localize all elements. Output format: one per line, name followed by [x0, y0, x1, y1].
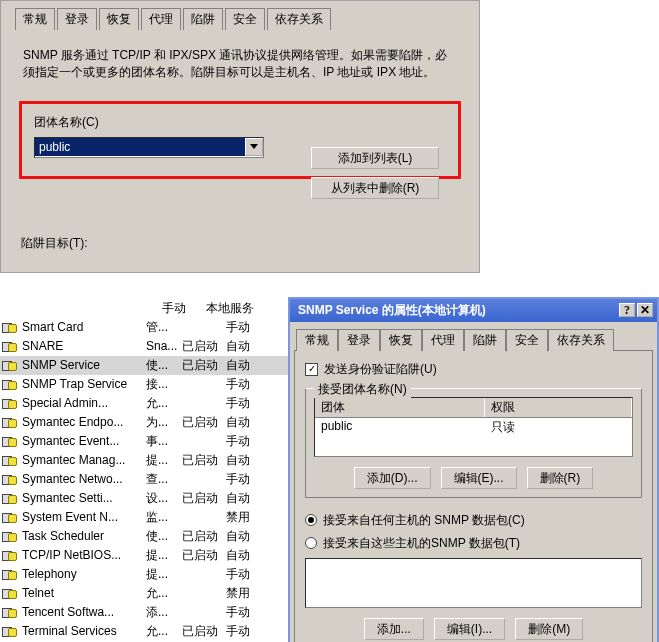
service-row[interactable]: Symantec Setti...设...已启动自动	[0, 489, 288, 508]
services-list[interactable]: 手动本地服务Smart Card管...手动SNARESna...已启动自动SN…	[0, 297, 288, 642]
remove-from-list-button[interactable]: 从列表中删除(R)	[311, 177, 439, 199]
tab-traps[interactable]: 陷阱	[183, 8, 223, 30]
accepted-community-names-label: 接受团体名称(N)	[314, 381, 411, 398]
accept-these-hosts-radio[interactable]	[305, 537, 317, 549]
service-status: 已启动	[182, 452, 226, 469]
dlg-tab-recovery[interactable]: 恢复	[380, 329, 422, 351]
service-icon	[2, 453, 18, 467]
service-row[interactable]: Symantec Manag...提...已启动自动	[0, 451, 288, 470]
row-community-name: public	[315, 418, 485, 437]
community-name-combo[interactable]	[34, 137, 264, 158]
service-row[interactable]: Telephony提...手动	[0, 565, 288, 584]
tab-agent[interactable]: 代理	[141, 8, 181, 30]
service-desc: 设...	[146, 490, 182, 507]
service-row[interactable]: System Event N...监...禁用	[0, 508, 288, 527]
service-row[interactable]: Symantec Event...事...手动	[0, 432, 288, 451]
tab-logon[interactable]: 登录	[57, 8, 97, 30]
dlg-tab-security[interactable]: 安全	[506, 329, 548, 352]
tab-strip: 常规 登录 恢复 代理 陷阱 安全 依存关系	[11, 7, 469, 29]
trap-target-label: 陷阱目标(T):	[21, 235, 461, 252]
titlebar: SNMP Service 的属性(本地计算机) ? ✕	[290, 299, 657, 322]
add-community-button[interactable]: 添加(D)...	[354, 467, 431, 489]
community-row[interactable]: public 只读	[315, 418, 632, 437]
edit-host-button[interactable]: 编辑(I)...	[434, 618, 505, 640]
service-startup: 手动	[226, 395, 276, 412]
service-startup: 自动	[226, 414, 276, 431]
service-row[interactable]: Smart Card管...手动	[0, 318, 288, 337]
service-name: SNMP Trap Service	[22, 377, 146, 391]
delete-host-button[interactable]: 删除(M)	[515, 618, 583, 640]
service-row[interactable]: Symantec Netwo...查...手动	[0, 470, 288, 489]
dlg-tab-dependencies[interactable]: 依存关系	[548, 329, 614, 351]
delete-community-button[interactable]: 删除(R)	[527, 467, 594, 489]
tab-security[interactable]: 安全	[225, 8, 265, 30]
dlg-tab-logon[interactable]: 登录	[338, 329, 380, 351]
col-logon: 本地服务	[206, 300, 256, 317]
service-row[interactable]: Telnet允...禁用	[0, 584, 288, 603]
service-icon	[2, 415, 18, 429]
service-icon	[2, 358, 18, 372]
snmp-trap-tab-panel: 常规 登录 恢复 代理 陷阱 安全 依存关系 SNMP 服务通过 TCP/IP …	[0, 0, 480, 273]
service-desc: 允...	[146, 395, 182, 412]
service-icon	[2, 510, 18, 524]
row-permission: 只读	[485, 418, 632, 437]
service-desc: 为...	[146, 414, 182, 431]
dlg-tab-general[interactable]: 常规	[296, 329, 338, 351]
edit-community-button[interactable]: 编辑(E)...	[441, 467, 517, 489]
service-startup: 禁用	[226, 509, 276, 526]
service-icon	[2, 377, 18, 391]
service-status: 已启动	[182, 490, 226, 507]
tab-general[interactable]: 常规	[15, 8, 55, 30]
service-startup: 手动	[226, 471, 276, 488]
dlg-tab-traps[interactable]: 陷阱	[464, 329, 506, 351]
service-desc: 添...	[146, 604, 182, 621]
dlg-tab-agent[interactable]: 代理	[422, 329, 464, 351]
tab-recovery[interactable]: 恢复	[99, 8, 139, 30]
service-startup: 手动	[226, 376, 276, 393]
service-startup: 手动	[226, 433, 276, 450]
accept-any-host-radio[interactable]	[305, 514, 317, 526]
service-name: Symantec Manag...	[22, 453, 146, 467]
service-startup: 手动	[226, 566, 276, 583]
service-row[interactable]: Tencent Softwa...添...手动	[0, 603, 288, 622]
col-permission[interactable]: 权限	[485, 398, 632, 417]
service-startup: 自动	[226, 452, 276, 469]
help-button[interactable]: ?	[619, 303, 635, 317]
service-name: Smart Card	[22, 320, 146, 334]
service-row[interactable]: Symantec Endpo...为...已启动自动	[0, 413, 288, 432]
accepted-community-names-group: 接受团体名称(N) 团体 权限 public 只读 添加(D)... 编辑(E)…	[305, 388, 642, 498]
service-row[interactable]: SNARESna...已启动自动	[0, 337, 288, 356]
service-name: Task Scheduler	[22, 529, 146, 543]
service-status: 已启动	[182, 357, 226, 374]
add-to-list-button[interactable]: 添加到列表(L)	[311, 147, 439, 169]
service-name: Telephony	[22, 567, 146, 581]
service-startup: 自动	[226, 528, 276, 545]
service-row[interactable]: SNMP Service使...已启动自动	[0, 356, 288, 375]
community-listbox[interactable]: 团体 权限 public 只读	[314, 397, 633, 457]
service-row[interactable]: SNMP Trap Service接...手动	[0, 375, 288, 394]
community-name-input[interactable]	[35, 138, 245, 156]
hosts-listbox[interactable]	[305, 558, 642, 608]
service-name: TCP/IP NetBIOS...	[22, 548, 146, 562]
service-desc: 使...	[146, 357, 182, 374]
accept-these-hosts-label: 接受来自这些主机的SNMP 数据包(T)	[323, 535, 520, 552]
tab-dependencies[interactable]: 依存关系	[267, 8, 331, 30]
security-tab-body: 发送身份验证陷阱(U) 接受团体名称(N) 团体 权限 public 只读 添加…	[294, 350, 653, 642]
col-startup: 手动	[162, 300, 206, 317]
dialog-title: SNMP Service 的属性(本地计算机)	[298, 302, 617, 319]
col-community[interactable]: 团体	[315, 398, 485, 417]
service-icon	[2, 434, 18, 448]
service-startup: 禁用	[226, 585, 276, 602]
close-button[interactable]: ✕	[637, 303, 653, 317]
send-auth-trap-checkbox[interactable]	[305, 363, 318, 376]
service-row[interactable]: Task Scheduler使...已启动自动	[0, 527, 288, 546]
service-startup: 手动	[226, 319, 276, 336]
add-host-button[interactable]: 添加...	[364, 618, 424, 640]
service-row[interactable]: TCP/IP NetBIOS...提...已启动自动	[0, 546, 288, 565]
service-name: Tencent Softwa...	[22, 605, 146, 619]
service-startup: 自动	[226, 547, 276, 564]
service-row[interactable]: Special Admin...允...手动	[0, 394, 288, 413]
chevron-down-icon[interactable]	[245, 138, 263, 156]
service-row[interactable]: Terminal Services允...已启动手动	[0, 622, 288, 641]
service-icon	[2, 624, 18, 638]
